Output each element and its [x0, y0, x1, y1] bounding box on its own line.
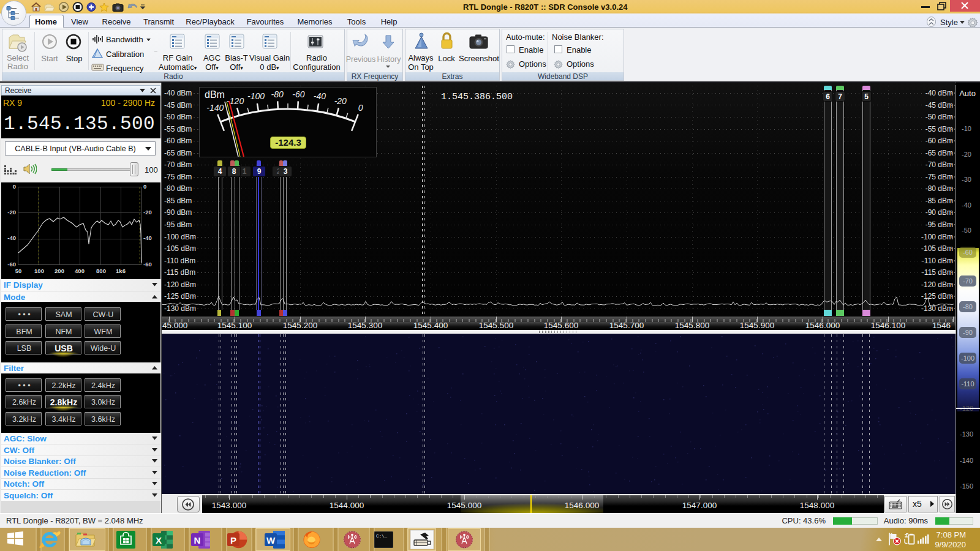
- svg-text:N: N: [194, 535, 201, 545]
- svg-text:-40: -40: [314, 91, 326, 101]
- svg-text:X: X: [156, 535, 162, 545]
- svg-text:-100: -100: [247, 91, 265, 101]
- svg-text:-60: -60: [292, 89, 304, 99]
- svg-text:W: W: [266, 535, 276, 545]
- svg-text:-140: -140: [206, 103, 224, 113]
- svg-text:0: 0: [358, 103, 363, 113]
- svg-text:C:\_: C:\_: [376, 534, 388, 539]
- svg-text:-20: -20: [334, 96, 347, 106]
- svg-text:-80: -80: [271, 89, 283, 99]
- svg-text:P: P: [230, 535, 236, 545]
